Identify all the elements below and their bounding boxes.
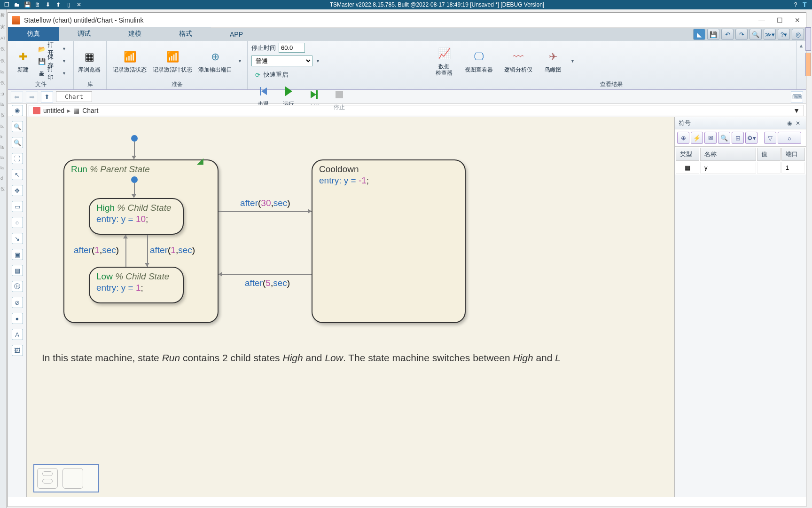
breadcrumb[interactable]: untitled ▸ ▦ Chart ▼ <box>29 105 804 116</box>
bc-leaf[interactable]: Chart <box>82 107 98 114</box>
collapse-ribbon-icon[interactable]: ▲ <box>799 43 804 48</box>
help-icon[interactable]: ? <box>789 1 803 8</box>
print-button[interactable]: 🖶打印▼ <box>36 68 70 79</box>
sym-find-button[interactable]: 🔍 <box>718 132 730 144</box>
default-transition-dot[interactable] <box>131 135 138 142</box>
undo-button[interactable]: ↶ <box>721 29 734 40</box>
tab-debug[interactable]: 调试 <box>59 27 109 41</box>
tb-import-icon[interactable]: ⬇ <box>43 1 53 8</box>
chart-tab[interactable]: Chart <box>56 91 92 102</box>
pan-tool[interactable]: ✥ <box>12 185 23 196</box>
box-tool[interactable]: ▣ <box>12 249 23 260</box>
tb-open-icon[interactable]: 🖿 <box>12 1 22 8</box>
data-inspector-button[interactable]: 📈 数据 检查器 <box>430 43 458 79</box>
help-ribbon-button[interactable]: ?▾ <box>778 29 790 40</box>
add-output-port-button[interactable]: ⊕ 添加输出端口 <box>196 43 234 79</box>
record-tool[interactable]: ● <box>12 313 23 324</box>
review-dropdown[interactable]: ▼ <box>569 59 576 64</box>
trans-cooldown-run[interactable] <box>219 274 312 275</box>
func-tool[interactable]: ▤ <box>12 265 23 276</box>
more-button[interactable]: ≫▾ <box>764 29 776 40</box>
col-value[interactable]: 值 <box>757 148 781 161</box>
zoom-in-button[interactable]: 🔍 <box>12 121 23 132</box>
stop-button[interactable]: 停止 <box>328 80 351 117</box>
bc-root[interactable]: untitled <box>43 107 64 114</box>
fit-button[interactable]: ⛶ <box>12 153 23 164</box>
search-button[interactable]: 🔍 <box>750 29 762 40</box>
trans-high-low[interactable] <box>147 235 148 267</box>
model-icon[interactable]: ◉ <box>12 105 23 116</box>
target-button[interactable]: ◎ <box>792 29 804 40</box>
symbol-row[interactable]: ▦ y 1 <box>676 162 805 174</box>
stop-time-input[interactable] <box>279 43 305 53</box>
log-leaf-states-button[interactable]: 📶 记录激活叶状态 <box>151 43 194 79</box>
keyboard-icon[interactable]: ⌨ <box>791 91 803 103</box>
canvas[interactable]: Run % Parent State ◢ High % Child State <box>27 117 674 497</box>
state-low[interactable]: Low % Child State entry: y = 1; <box>89 267 184 303</box>
symbols-close-icon[interactable]: ✕ <box>794 120 802 127</box>
state-cooldown[interactable]: Cooldown entry: y = -1; <box>312 159 466 323</box>
sym-add-button[interactable]: ⊕ <box>677 132 689 144</box>
minimap[interactable] <box>33 464 99 492</box>
new-button[interactable]: ✚ 新建 <box>12 43 34 79</box>
sym-event-button[interactable]: ⚡ <box>691 132 703 144</box>
tab-model[interactable]: 建模 <box>109 27 160 41</box>
zoom-out-button[interactable]: 🔍 <box>12 137 23 148</box>
close-button[interactable]: ✕ <box>793 16 802 24</box>
col-type[interactable]: 类型 <box>676 148 699 161</box>
tb-new-icon[interactable]: ❐ <box>2 1 11 8</box>
trans-tool[interactable]: ↘ <box>12 233 23 244</box>
tab-sim[interactable]: 仿真 <box>8 27 59 41</box>
deny-tool[interactable]: ⊘ <box>12 297 23 308</box>
library-browser-button[interactable]: ▦ 库浏览器 <box>78 43 101 79</box>
right-panel-toggle-1[interactable] <box>805 27 811 51</box>
redo-button[interactable]: ↷ <box>735 29 748 40</box>
junction-tool[interactable]: ○ <box>12 217 23 228</box>
state-high[interactable]: High % Child State entry: y = 10; <box>89 198 184 235</box>
state-tool[interactable]: ▭ <box>12 201 23 212</box>
history-tool[interactable]: Ⓗ <box>12 281 23 292</box>
symbols-dropdown-icon[interactable]: ◉ <box>785 120 794 127</box>
tb-export-icon[interactable]: ⬆ <box>54 1 63 8</box>
birdseye-button[interactable]: ✈ 鸟瞰图 <box>539 43 567 79</box>
fast-restart-button[interactable]: ⟳快速重启 <box>251 69 290 80</box>
bc-drop-icon[interactable]: ▼ <box>793 107 800 114</box>
nav-fwd-button[interactable]: ➡ <box>26 91 38 103</box>
prep-dropdown[interactable]: ▼ <box>236 59 243 64</box>
sym-value[interactable] <box>757 162 781 174</box>
col-port[interactable]: 端口 <box>781 148 805 161</box>
tb-saveall-icon[interactable]: 🗎 <box>33 1 42 8</box>
inner-transition-line[interactable] <box>134 183 135 195</box>
logic-analyzer-button[interactable]: 〰 逻辑分析仪 <box>500 43 537 79</box>
sym-gear-button[interactable]: ⚙▾ <box>745 132 757 144</box>
annotation-tool[interactable]: A <box>12 329 23 340</box>
sym-port[interactable]: 1 <box>781 162 805 174</box>
log-active-states-button[interactable]: 📶 记录激活状态 <box>110 43 149 79</box>
sym-name[interactable]: y <box>700 162 756 174</box>
pin-button[interactable]: ◣ <box>693 29 705 40</box>
nav-back-button[interactable]: ⬅ <box>11 91 23 103</box>
sim-mode-select[interactable]: 普通 <box>251 56 312 66</box>
tab-format[interactable]: 格式 <box>160 27 211 41</box>
view-checker-button[interactable]: 🖵 视图查看器 <box>460 43 498 79</box>
sym-search-field[interactable]: ⌕ <box>778 132 801 144</box>
nav-up-button[interactable]: ⬆ <box>41 91 53 103</box>
right-panel-toggle-2[interactable] <box>805 53 811 76</box>
trans-run-cooldown[interactable] <box>219 211 312 212</box>
inner-default-dot[interactable] <box>131 176 138 183</box>
trans-low-high[interactable] <box>125 235 126 267</box>
save-quick-button[interactable]: 💾 <box>707 29 719 40</box>
sym-filter-button[interactable]: ▽ <box>764 132 776 144</box>
minimize-button[interactable]: — <box>757 16 766 24</box>
sym-msg-button[interactable]: ✉ <box>704 132 717 144</box>
tb-save-icon[interactable]: 💾 <box>23 1 32 8</box>
tb-close-icon[interactable]: ✕ <box>74 1 84 8</box>
tb-window-icon[interactable]: ▯ <box>64 1 73 8</box>
image-tool[interactable]: 🖼 <box>12 345 23 356</box>
transition-line[interactable] <box>134 142 135 157</box>
sym-tree-button[interactable]: ⊞ <box>732 132 744 144</box>
maximize-button[interactable]: ☐ <box>775 16 784 24</box>
tab-app[interactable]: APP <box>211 28 262 41</box>
select-tool[interactable]: ↖ <box>12 169 23 180</box>
col-name[interactable]: 名称 <box>700 148 756 161</box>
